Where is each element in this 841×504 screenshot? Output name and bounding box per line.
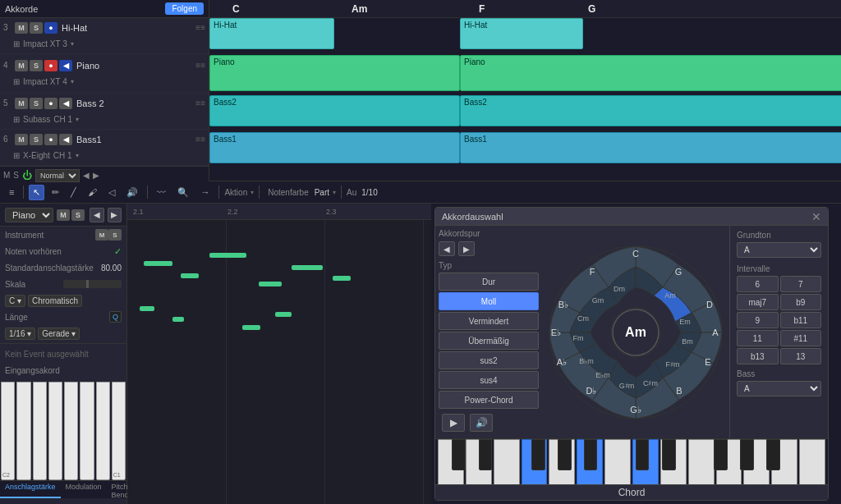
edit-btn-3[interactable]: ●: [44, 22, 57, 34]
note-9[interactable]: [242, 325, 260, 330]
type-btn-moll[interactable]: Moll: [439, 292, 539, 310]
piano-roll-icon-4[interactable]: ≡≡: [195, 61, 205, 70]
arrow-btn[interactable]: →: [196, 185, 214, 199]
track-sub-dropdown-5[interactable]: ▾: [76, 116, 79, 123]
menu-btn[interactable]: ≡: [5, 185, 18, 199]
length-q-btn[interactable]: Q: [109, 311, 122, 323]
chord-nav-prev-btn[interactable]: ◀: [439, 241, 455, 256]
bass1-clip-2[interactable]: Bass1: [460, 132, 841, 163]
interval-9[interactable]: 9: [737, 312, 779, 328]
edit-btn-4[interactable]: ◀: [59, 60, 72, 71]
quantize-type[interactable]: Gerade ▾: [38, 328, 80, 340]
scale-slider[interactable]: [63, 280, 122, 288]
magnify-btn[interactable]: 🔍: [173, 185, 193, 200]
wkey-14[interactable]: [799, 439, 825, 484]
pencil-tool-btn[interactable]: ✏: [48, 185, 63, 200]
solo-btn-4[interactable]: S: [30, 60, 43, 71]
instrument-m-btn[interactable]: M: [95, 229, 108, 241]
mute-btn-6[interactable]: M: [15, 134, 28, 145]
instrument-s-btn[interactable]: S: [108, 229, 122, 241]
wkey-a[interactable]: [522, 439, 548, 484]
key-c1[interactable]: C1: [112, 382, 126, 480]
sidebar-m-btn[interactable]: M: [57, 209, 70, 221]
eraser-tool-btn[interactable]: ╱: [67, 185, 80, 200]
piano-roll-icon-3[interactable]: ≡≡: [195, 23, 205, 32]
piano-clip-1[interactable]: Piano: [209, 55, 460, 91]
vel-tab-mod[interactable]: Modulation: [61, 481, 107, 498]
vol-btn-5[interactable]: ◀: [59, 98, 72, 109]
wkey-2[interactable]: [466, 439, 492, 484]
key-d2[interactable]: [16, 382, 30, 480]
key-a2[interactable]: [80, 382, 94, 480]
solo-btn-5[interactable]: S: [30, 98, 43, 109]
wkey-5[interactable]: [549, 439, 575, 484]
chord-speaker-btn[interactable]: 🔊: [470, 414, 493, 432]
wkey-7[interactable]: [604, 439, 631, 484]
sidebar-scroll-left[interactable]: ◀: [90, 208, 104, 222]
pattern-btn[interactable]: 〰: [153, 185, 170, 199]
track-sub-dropdown-6[interactable]: ▾: [76, 152, 79, 159]
note-7[interactable]: [140, 306, 154, 311]
bass2-clip-2[interactable]: Bass2: [460, 95, 841, 126]
transport-s[interactable]: S: [13, 171, 19, 180]
type-btn-ubermassig[interactable]: Übermäßig: [439, 332, 539, 350]
rec-btn-4[interactable]: ●: [44, 60, 57, 71]
note-10[interactable]: [275, 312, 292, 317]
track-sub-dropdown-3[interactable]: ▾: [71, 40, 74, 48]
speaker-tool-btn[interactable]: 🔊: [122, 185, 142, 200]
type-btn-sus2[interactable]: sus2: [439, 351, 539, 369]
key-label[interactable]: C ▾: [5, 295, 25, 307]
hihat-clip-2[interactable]: Hi-Hat: [460, 18, 583, 49]
interval-11[interactable]: 11: [737, 330, 779, 346]
edit-btn-6[interactable]: ●: [44, 134, 57, 145]
quantize-size[interactable]: 1/16 ▾: [5, 328, 35, 340]
key-f2[interactable]: [48, 382, 62, 480]
note-color-dropdown[interactable]: ▾: [333, 189, 336, 196]
circle-of-fifths-svg[interactable]: C G D A E B G♭ D♭ A♭ E♭ B♭ F Am Em Bm: [545, 242, 726, 423]
chord-panel-close-btn[interactable]: ✕: [811, 210, 821, 223]
chord-play-btn[interactable]: ▶: [442, 414, 465, 432]
track-sub-dropdown-4[interactable]: ▾: [71, 78, 74, 85]
note-2[interactable]: [181, 273, 199, 278]
type-btn-vermindert[interactable]: Vermindert: [439, 312, 539, 330]
mute-btn-5[interactable]: M: [15, 98, 28, 109]
mute-tool-btn[interactable]: ◁: [104, 185, 119, 200]
interval-b13[interactable]: b13: [737, 348, 779, 364]
select-tool-btn[interactable]: ↖: [29, 185, 44, 200]
transport-m[interactable]: M: [3, 171, 10, 180]
wkey-3[interactable]: [494, 439, 520, 484]
wkey-10[interactable]: [688, 439, 715, 484]
bass-select[interactable]: A: [737, 381, 821, 396]
interval-6[interactable]: 6: [737, 276, 779, 292]
wkey-e[interactable]: [632, 439, 659, 484]
chord-nav-next-btn[interactable]: ▶: [458, 241, 475, 256]
solo-btn-6[interactable]: S: [30, 134, 43, 145]
instrument-select[interactable]: Piano: [5, 208, 53, 222]
wkey-11[interactable]: [716, 439, 742, 484]
transport-arrow-left[interactable]: ◀: [83, 171, 90, 180]
note-5[interactable]: [292, 265, 323, 270]
roll-grid[interactable]: [127, 220, 431, 504]
piano-clip-2[interactable]: Piano: [460, 55, 841, 91]
interval-7[interactable]: 7: [780, 276, 822, 292]
note-6[interactable]: [333, 276, 351, 281]
sidebar-s-btn[interactable]: S: [71, 209, 85, 221]
type-btn-dur[interactable]: Dur: [439, 273, 539, 291]
key-b2[interactable]: [96, 382, 110, 480]
key-g2[interactable]: [64, 382, 78, 480]
note-3[interactable]: [209, 253, 246, 258]
wkey-1[interactable]: [438, 439, 464, 484]
wkey-13[interactable]: [771, 439, 797, 484]
key-e2[interactable]: [33, 382, 47, 480]
grundton-select[interactable]: A: [737, 242, 821, 258]
wkey-c[interactable]: [577, 439, 603, 484]
scale-type[interactable]: Chromatisch: [28, 295, 82, 307]
piano-roll-icon-6[interactable]: ≡≡: [195, 135, 205, 144]
solo-btn-3[interactable]: S: [30, 22, 43, 34]
vel-tab-anschlag[interactable]: Anschlagstärke: [0, 481, 61, 498]
brush-tool-btn[interactable]: 🖌: [84, 185, 101, 199]
transport-arrow-right[interactable]: ▶: [93, 171, 99, 180]
key-c2[interactable]: C2: [1, 382, 15, 480]
wkey-9[interactable]: [660, 439, 687, 484]
mute-btn-3[interactable]: M: [15, 22, 28, 34]
